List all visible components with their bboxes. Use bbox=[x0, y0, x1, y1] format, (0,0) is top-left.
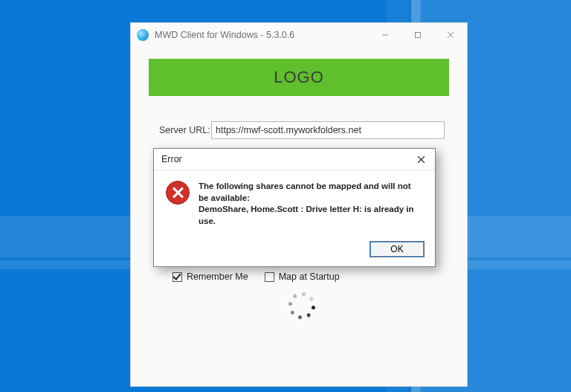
maximize-button[interactable] bbox=[401, 23, 434, 47]
desktop-background: MWD Client for Windows - 5.3.0.6 LOGO Se… bbox=[0, 0, 571, 392]
checkbox-icon bbox=[265, 272, 274, 282]
map-at-startup-label: Map at Startup bbox=[279, 271, 340, 282]
server-url-input[interactable] bbox=[211, 121, 445, 139]
checkbox-row: Remember Me Map at Startup bbox=[159, 271, 445, 282]
remember-me-checkbox[interactable]: Remember Me bbox=[172, 271, 248, 282]
titlebar[interactable]: MWD Client for Windows - 5.3.0.6 bbox=[131, 23, 467, 47]
error-icon bbox=[166, 181, 190, 205]
dialog-title-text: Error bbox=[161, 154, 182, 164]
app-icon bbox=[137, 29, 149, 41]
loading-spinner-icon bbox=[288, 292, 315, 319]
ok-button[interactable]: OK bbox=[370, 241, 425, 257]
dialog-message-line1: The following shares cannot be mapped an… bbox=[199, 181, 422, 204]
svg-rect-1 bbox=[416, 33, 421, 38]
dialog-close-button[interactable] bbox=[411, 151, 430, 167]
error-dialog: Error The following shares cannot be map… bbox=[153, 148, 436, 267]
minimize-button[interactable] bbox=[369, 23, 401, 47]
window-title: MWD Client for Windows - 5.3.0.6 bbox=[155, 30, 294, 40]
server-url-row: Server URL: bbox=[159, 121, 445, 139]
logo-banner: LOGO bbox=[149, 59, 449, 96]
checkbox-icon bbox=[172, 272, 182, 282]
dialog-message-line2: DemoShare, Home.Scott : Drive letter H: … bbox=[199, 204, 422, 227]
dialog-titlebar[interactable]: Error bbox=[154, 149, 435, 170]
close-button[interactable] bbox=[434, 23, 467, 47]
server-url-label: Server URL: bbox=[159, 125, 211, 135]
logo-text: LOGO bbox=[274, 68, 324, 87]
remember-me-label: Remember Me bbox=[187, 271, 248, 282]
dialog-message: The following shares cannot be mapped an… bbox=[199, 181, 422, 227]
map-at-startup-checkbox[interactable]: Map at Startup bbox=[265, 271, 340, 282]
